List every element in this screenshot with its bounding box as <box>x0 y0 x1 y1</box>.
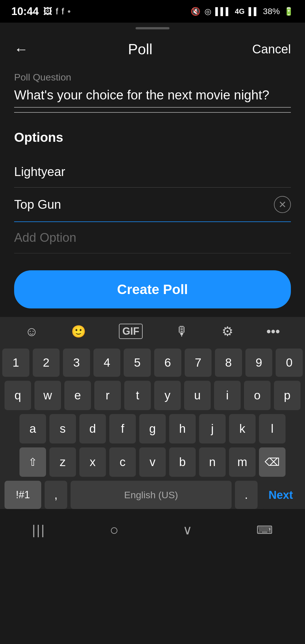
key-v[interactable]: v <box>139 447 166 477</box>
key-a[interactable]: a <box>19 414 46 443</box>
emoji-tool-icon[interactable]: ☺ <box>25 324 38 339</box>
sticker-tool-icon[interactable]: 🙂 <box>71 325 86 338</box>
app-header: ← Poll Cancel <box>0 29 305 66</box>
battery-percent: 38% <box>263 6 280 16</box>
key-0[interactable]: 0 <box>276 349 303 377</box>
key-9[interactable]: 9 <box>245 349 273 377</box>
gif-tool-icon[interactable]: GIF <box>119 324 143 339</box>
gallery-icon: 🖼 <box>43 6 52 17</box>
key-h[interactable]: h <box>169 414 196 443</box>
keyboard-asdf-row: a s d f g h j k l <box>2 414 303 443</box>
key-u[interactable]: u <box>184 381 211 410</box>
next-key[interactable]: Next <box>261 481 300 509</box>
battery-icon: 🔋 <box>284 7 294 16</box>
facebook-icon-1: f <box>56 6 58 17</box>
option-row-1[interactable]: Lightyear <box>14 156 291 188</box>
key-3[interactable]: 3 <box>63 349 90 377</box>
cancel-button[interactable]: Cancel <box>252 42 291 56</box>
keyboard-number-row: 1 2 3 4 5 6 7 8 9 0 <box>2 349 303 377</box>
key-d[interactable]: d <box>79 414 106 443</box>
option-2-value: Top Gun <box>14 197 274 212</box>
key-l[interactable]: l <box>259 414 286 443</box>
create-poll-button[interactable]: Create Poll <box>14 270 291 308</box>
key-r[interactable]: r <box>94 381 121 410</box>
status-icons: 🖼 f f • <box>43 6 71 17</box>
nav-back-button[interactable]: ∨ <box>183 522 192 538</box>
key-1[interactable]: 1 <box>2 349 29 377</box>
key-f[interactable]: f <box>109 414 136 443</box>
mute-icon: 🔇 <box>191 7 201 16</box>
key-x[interactable]: x <box>79 447 106 477</box>
keyboard-toolbar: ☺ 🙂 GIF 🎙 ⚙ ••• <box>0 317 305 346</box>
more-tool-icon[interactable]: ••• <box>266 324 280 339</box>
key-b[interactable]: b <box>169 447 196 477</box>
keyboard-bottom-row: !#1 , English (US) . Next <box>2 481 303 509</box>
key-n[interactable]: n <box>199 447 226 477</box>
keyboard-zxcv-row: ⇧ z x c v b n m ⌫ <box>2 447 303 477</box>
key-e[interactable]: e <box>64 381 91 410</box>
key-j[interactable]: j <box>199 414 226 443</box>
key-s[interactable]: s <box>49 414 76 443</box>
key-6[interactable]: 6 <box>154 349 181 377</box>
key-w[interactable]: w <box>34 381 61 410</box>
facebook-icon-2: f <box>62 6 64 17</box>
key-i[interactable]: i <box>214 381 241 410</box>
key-m[interactable]: m <box>229 447 256 477</box>
clear-option-2-button[interactable]: ✕ <box>274 196 291 213</box>
back-button[interactable]: ← <box>14 41 28 57</box>
nav-home-button[interactable]: ○ <box>110 521 119 538</box>
shift-key[interactable]: ⇧ <box>19 447 46 477</box>
key-z[interactable]: z <box>49 447 76 477</box>
dot-indicator: • <box>67 6 71 17</box>
keyboard-qwerty-row: q w e r t y u i o p <box>2 381 303 410</box>
mic-tool-icon[interactable]: 🎙 <box>176 324 189 339</box>
key-c[interactable]: c <box>109 447 136 477</box>
keyboard: 1 2 3 4 5 6 7 8 9 0 q w e r t y u i o p … <box>0 346 305 509</box>
status-bar: 10:44 🖼 f f • 🔇 ◎ ▌▌▌ 4G ▌▌ 38% 🔋 <box>0 0 305 23</box>
status-time: 10:44 <box>11 5 39 18</box>
nav-keyboard-button[interactable]: ⌨ <box>256 523 273 536</box>
key-p[interactable]: p <box>274 381 300 410</box>
options-label: Options <box>14 130 291 145</box>
key-2[interactable]: 2 <box>33 349 60 377</box>
key-5[interactable]: 5 <box>124 349 151 377</box>
key-g[interactable]: g <box>139 414 166 443</box>
space-key[interactable]: English (US) <box>71 481 232 509</box>
signal-icon: ▌▌▌ <box>215 7 231 16</box>
option-row-2[interactable]: Top Gun ✕ <box>14 188 291 222</box>
comma-key[interactable]: , <box>45 481 67 509</box>
key-o[interactable]: o <box>244 381 271 410</box>
period-key[interactable]: . <box>235 481 258 509</box>
drag-handle <box>136 27 169 29</box>
settings-tool-icon[interactable]: ⚙ <box>222 324 233 339</box>
status-bar-right: 🔇 ◎ ▌▌▌ 4G ▌▌ 38% 🔋 <box>191 6 294 16</box>
key-7[interactable]: 7 <box>185 349 212 377</box>
network-type-icon: 4G <box>235 7 245 16</box>
delete-key[interactable]: ⌫ <box>259 447 286 477</box>
key-y[interactable]: y <box>154 381 181 410</box>
symbols-key[interactable]: !#1 <box>5 481 41 509</box>
key-4[interactable]: 4 <box>93 349 121 377</box>
option-1-value: Lightyear <box>14 165 291 179</box>
nav-menu-button[interactable]: ||| <box>32 522 46 538</box>
poll-form: Poll Question What's your choice for the… <box>0 72 305 308</box>
poll-question-input[interactable]: What's your choice for the next movie ni… <box>14 87 291 108</box>
page-title: Poll <box>128 41 152 58</box>
key-t[interactable]: t <box>124 381 151 410</box>
signal-icon-2: ▌▌ <box>249 7 259 16</box>
nav-bar: ||| ○ ∨ ⌨ <box>0 513 305 544</box>
key-k[interactable]: k <box>229 414 256 443</box>
cast-icon: ◎ <box>204 7 211 16</box>
poll-question-label: Poll Question <box>14 72 291 83</box>
key-q[interactable]: q <box>5 381 31 410</box>
add-option-placeholder: Add Option <box>14 230 76 245</box>
add-option-row[interactable]: Add Option <box>14 222 291 253</box>
key-8[interactable]: 8 <box>215 349 242 377</box>
status-bar-left: 10:44 🖼 f f • <box>11 5 71 18</box>
